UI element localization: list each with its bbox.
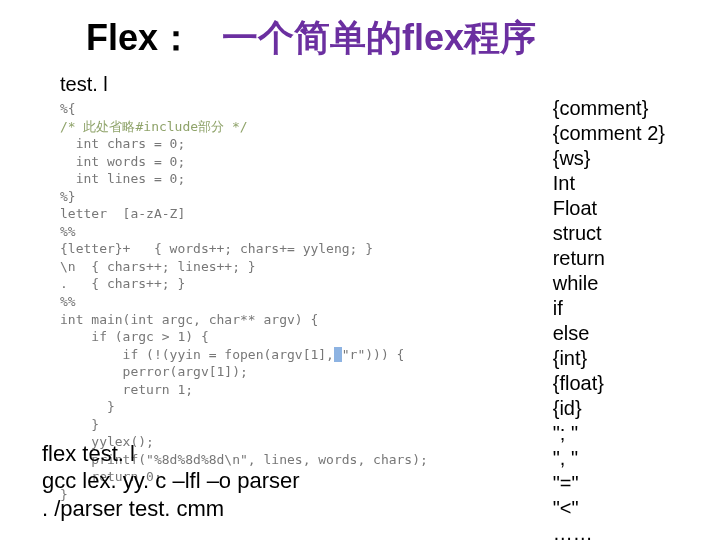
token-item: {float} — [553, 371, 665, 396]
code-line: letter [a-zA-Z] — [60, 206, 185, 221]
code-line: int chars = 0; — [60, 136, 185, 151]
token-item: if — [553, 296, 665, 321]
command-line: . /parser test. cmm — [42, 495, 300, 523]
command-line: gcc lex. yy. c –lfl –o parser — [42, 467, 300, 495]
token-list: {comment} {comment 2} {ws} Int Float str… — [553, 96, 665, 540]
code-line: if (!(yyin = fopen(argv[1], — [60, 347, 334, 362]
token-item: return — [553, 246, 665, 271]
commands-block: flex test. l gcc lex. yy. c –lfl –o pars… — [42, 440, 300, 523]
title-row: Flex： 一个简单的flex程序 — [86, 14, 680, 63]
code-line: int lines = 0; — [60, 171, 185, 186]
token-item: struct — [553, 221, 665, 246]
command-line: flex test. l — [42, 440, 300, 468]
code-line: \n { chars++; lines++; } — [60, 259, 256, 274]
code-line: } — [60, 417, 99, 432]
token-item: while — [553, 271, 665, 296]
token-item: Float — [553, 196, 665, 221]
code-line: int main(int argc, char** argv) { — [60, 312, 318, 327]
token-item: {comment 2} — [553, 121, 665, 146]
code-line: } — [60, 399, 115, 414]
code-line: . { chars++; } — [60, 276, 185, 291]
selection-highlight — [334, 347, 342, 362]
filename-label: test. l — [60, 73, 680, 96]
token-item: Int — [553, 171, 665, 196]
token-item: …… — [553, 521, 665, 540]
code-line: return 1; — [60, 382, 193, 397]
token-item: "<" — [553, 496, 665, 521]
token-item: {ws} — [553, 146, 665, 171]
token-item: "=" — [553, 471, 665, 496]
token-item: {comment} — [553, 96, 665, 121]
code-line: "r"))) { — [342, 347, 405, 362]
code-line: if (argc > 1) { — [60, 329, 209, 344]
code-line: perror(argv[1]); — [60, 364, 248, 379]
code-line: {letter}+ { words++; chars+= yyleng; } — [60, 241, 373, 256]
token-item: ", " — [553, 446, 665, 471]
token-item: "; " — [553, 421, 665, 446]
token-item: {id} — [553, 396, 665, 421]
token-item: else — [553, 321, 665, 346]
code-line: %} — [60, 189, 76, 204]
code-line: %% — [60, 294, 76, 309]
title-label: Flex： — [86, 14, 194, 63]
code-line: int words = 0; — [60, 154, 185, 169]
code-comment: /* 此处省略#include部分 */ — [60, 119, 248, 134]
title-main: 一个简单的flex程序 — [222, 14, 536, 63]
code-line: %% — [60, 224, 76, 239]
code-line: %{ — [60, 101, 76, 116]
slide: Flex： 一个简单的flex程序 test. l %{ /* 此处省略#inc… — [0, 0, 720, 540]
token-item: {int} — [553, 346, 665, 371]
